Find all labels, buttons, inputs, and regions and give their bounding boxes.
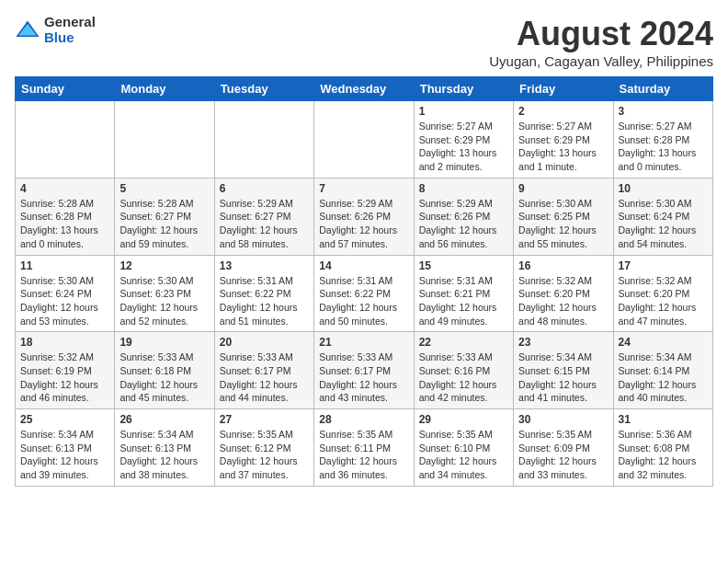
day-number: 31: [619, 413, 708, 426]
header-wednesday: Wednesday: [314, 77, 414, 101]
day-info: Sunrise: 5:29 AMSunset: 6:26 PMDaylight:…: [319, 197, 408, 251]
calendar-cell: 21Sunrise: 5:33 AMSunset: 6:17 PMDayligh…: [314, 332, 414, 409]
logo-blue: Blue: [44, 30, 96, 46]
day-info: Sunrise: 5:36 AMSunset: 6:08 PMDaylight:…: [619, 428, 708, 482]
calendar-cell: [314, 101, 414, 178]
day-info: Sunrise: 5:33 AMSunset: 6:16 PMDaylight:…: [419, 350, 508, 405]
calendar-cell: 23Sunrise: 5:34 AMSunset: 6:15 PMDayligh…: [514, 332, 613, 409]
day-info: Sunrise: 5:35 AMSunset: 6:11 PMDaylight:…: [319, 428, 408, 482]
day-info: Sunrise: 5:34 AMSunset: 6:13 PMDaylight:…: [20, 428, 109, 482]
day-number: 13: [220, 259, 309, 272]
calendar-cell: 8Sunrise: 5:29 AMSunset: 6:26 PMDaylight…: [414, 178, 513, 255]
day-info: Sunrise: 5:28 AMSunset: 6:27 PMDaylight:…: [119, 197, 209, 251]
week-row-1: 1Sunrise: 5:27 AMSunset: 6:29 PMDaylight…: [16, 101, 713, 178]
day-info: Sunrise: 5:34 AMSunset: 6:15 PMDaylight:…: [518, 350, 608, 405]
calendar-body: 1Sunrise: 5:27 AMSunset: 6:29 PMDaylight…: [16, 101, 713, 487]
week-row-2: 4Sunrise: 5:28 AMSunset: 6:28 PMDaylight…: [16, 178, 713, 255]
day-number: 1: [419, 105, 508, 118]
week-row-4: 18Sunrise: 5:32 AMSunset: 6:19 PMDayligh…: [16, 332, 713, 409]
day-number: 4: [20, 182, 109, 195]
day-number: 25: [20, 413, 109, 426]
day-number: 10: [619, 182, 708, 195]
location: Uyugan, Cagayan Valley, Philippines: [489, 53, 713, 69]
calendar-cell: 17Sunrise: 5:32 AMSunset: 6:20 PMDayligh…: [613, 255, 712, 332]
day-number: 8: [419, 182, 508, 195]
day-info: Sunrise: 5:30 AMSunset: 6:25 PMDaylight:…: [518, 197, 608, 251]
day-info: Sunrise: 5:27 AMSunset: 6:29 PMDaylight:…: [518, 120, 608, 174]
calendar-header: SundayMondayTuesdayWednesdayThursdayFrid…: [16, 77, 713, 101]
day-info: Sunrise: 5:30 AMSunset: 6:24 PMDaylight:…: [619, 197, 708, 251]
title-block: August 2024 Uyugan, Cagayan Valley, Phil…: [489, 15, 713, 69]
calendar-cell: 28Sunrise: 5:35 AMSunset: 6:11 PMDayligh…: [314, 409, 414, 487]
calendar-cell: 16Sunrise: 5:32 AMSunset: 6:20 PMDayligh…: [514, 255, 613, 332]
day-number: 18: [20, 336, 109, 349]
calendar-cell: 12Sunrise: 5:30 AMSunset: 6:23 PMDayligh…: [115, 255, 214, 332]
calendar-cell: 10Sunrise: 5:30 AMSunset: 6:24 PMDayligh…: [613, 178, 712, 255]
day-number: 27: [220, 413, 309, 426]
day-number: 17: [619, 259, 708, 272]
calendar-table: SundayMondayTuesdayWednesdayThursdayFrid…: [15, 76, 713, 487]
calendar-cell: 27Sunrise: 5:35 AMSunset: 6:12 PMDayligh…: [214, 409, 313, 487]
calendar-cell: 30Sunrise: 5:35 AMSunset: 6:09 PMDayligh…: [514, 409, 613, 487]
day-number: 24: [619, 336, 708, 349]
calendar-cell: 13Sunrise: 5:31 AMSunset: 6:22 PMDayligh…: [214, 255, 313, 332]
day-info: Sunrise: 5:33 AMSunset: 6:17 PMDaylight:…: [319, 350, 408, 405]
day-number: 6: [220, 182, 309, 195]
calendar-cell: 7Sunrise: 5:29 AMSunset: 6:26 PMDaylight…: [314, 178, 414, 255]
day-info: Sunrise: 5:30 AMSunset: 6:23 PMDaylight:…: [119, 274, 209, 328]
header-row: SundayMondayTuesdayWednesdayThursdayFrid…: [16, 77, 713, 101]
calendar-cell: 1Sunrise: 5:27 AMSunset: 6:29 PMDaylight…: [414, 101, 513, 178]
logo-general: General: [44, 15, 96, 30]
week-row-3: 11Sunrise: 5:30 AMSunset: 6:24 PMDayligh…: [16, 255, 713, 332]
calendar-cell: 15Sunrise: 5:31 AMSunset: 6:21 PMDayligh…: [414, 255, 513, 332]
calendar-cell: [214, 101, 313, 178]
day-number: 23: [518, 336, 608, 349]
day-info: Sunrise: 5:29 AMSunset: 6:27 PMDaylight:…: [220, 197, 309, 251]
calendar-cell: 24Sunrise: 5:34 AMSunset: 6:14 PMDayligh…: [613, 332, 712, 409]
day-number: 29: [419, 413, 508, 426]
header-friday: Friday: [514, 77, 613, 101]
calendar-cell: 20Sunrise: 5:33 AMSunset: 6:17 PMDayligh…: [214, 332, 313, 409]
day-info: Sunrise: 5:35 AMSunset: 6:10 PMDaylight:…: [419, 428, 508, 482]
day-info: Sunrise: 5:28 AMSunset: 6:28 PMDaylight:…: [20, 197, 109, 251]
day-number: 3: [619, 105, 708, 118]
day-number: 12: [119, 259, 209, 272]
day-number: 14: [319, 259, 408, 272]
calendar-cell: 19Sunrise: 5:33 AMSunset: 6:18 PMDayligh…: [115, 332, 214, 409]
header-tuesday: Tuesday: [214, 77, 313, 101]
day-number: 7: [319, 182, 408, 195]
calendar-cell: 4Sunrise: 5:28 AMSunset: 6:28 PMDaylight…: [16, 178, 115, 255]
calendar-cell: 11Sunrise: 5:30 AMSunset: 6:24 PMDayligh…: [16, 255, 115, 332]
day-number: 20: [220, 336, 309, 349]
header-saturday: Saturday: [613, 77, 712, 101]
calendar-cell: 14Sunrise: 5:31 AMSunset: 6:22 PMDayligh…: [314, 255, 414, 332]
day-info: Sunrise: 5:32 AMSunset: 6:20 PMDaylight:…: [518, 274, 608, 328]
header-monday: Monday: [115, 77, 214, 101]
day-info: Sunrise: 5:29 AMSunset: 6:26 PMDaylight:…: [419, 197, 508, 251]
day-number: 2: [518, 105, 608, 118]
calendar-cell: 9Sunrise: 5:30 AMSunset: 6:25 PMDaylight…: [514, 178, 613, 255]
calendar-cell: 25Sunrise: 5:34 AMSunset: 6:13 PMDayligh…: [16, 409, 115, 487]
day-info: Sunrise: 5:30 AMSunset: 6:24 PMDaylight:…: [20, 274, 109, 328]
calendar-cell: 6Sunrise: 5:29 AMSunset: 6:27 PMDaylight…: [214, 178, 313, 255]
calendar-cell: 26Sunrise: 5:34 AMSunset: 6:13 PMDayligh…: [115, 409, 214, 487]
day-number: 16: [518, 259, 608, 272]
day-info: Sunrise: 5:34 AMSunset: 6:14 PMDaylight:…: [619, 350, 708, 405]
header-sunday: Sunday: [16, 77, 115, 101]
day-info: Sunrise: 5:34 AMSunset: 6:13 PMDaylight:…: [119, 428, 209, 482]
month-year: August 2024: [489, 15, 713, 53]
day-number: 21: [319, 336, 408, 349]
day-info: Sunrise: 5:27 AMSunset: 6:28 PMDaylight:…: [619, 120, 708, 174]
day-number: 11: [20, 259, 109, 272]
day-number: 22: [419, 336, 508, 349]
calendar-cell: 29Sunrise: 5:35 AMSunset: 6:10 PMDayligh…: [414, 409, 513, 487]
calendar-cell: 2Sunrise: 5:27 AMSunset: 6:29 PMDaylight…: [514, 101, 613, 178]
day-number: 30: [518, 413, 608, 426]
logo: General Blue: [15, 15, 96, 45]
day-info: Sunrise: 5:27 AMSunset: 6:29 PMDaylight:…: [419, 120, 508, 174]
calendar-cell: 18Sunrise: 5:32 AMSunset: 6:19 PMDayligh…: [16, 332, 115, 409]
calendar-cell: [115, 101, 214, 178]
week-row-5: 25Sunrise: 5:34 AMSunset: 6:13 PMDayligh…: [16, 409, 713, 487]
day-number: 26: [119, 413, 209, 426]
page-header: General Blue August 2024 Uyugan, Cagayan…: [15, 15, 713, 69]
